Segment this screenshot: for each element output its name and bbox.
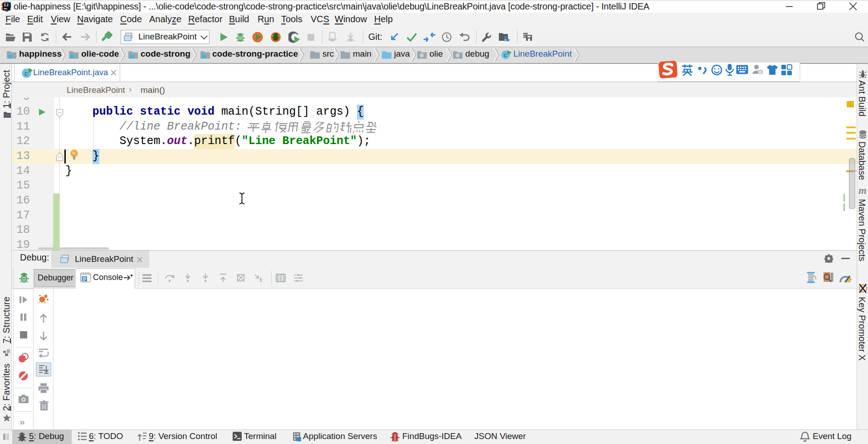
svg-text:IJ: IJ	[4, 3, 9, 8]
svg-text:c: c	[24, 70, 29, 78]
svg-text:c: c	[504, 52, 507, 59]
svg-text:2: 2	[759, 70, 761, 75]
